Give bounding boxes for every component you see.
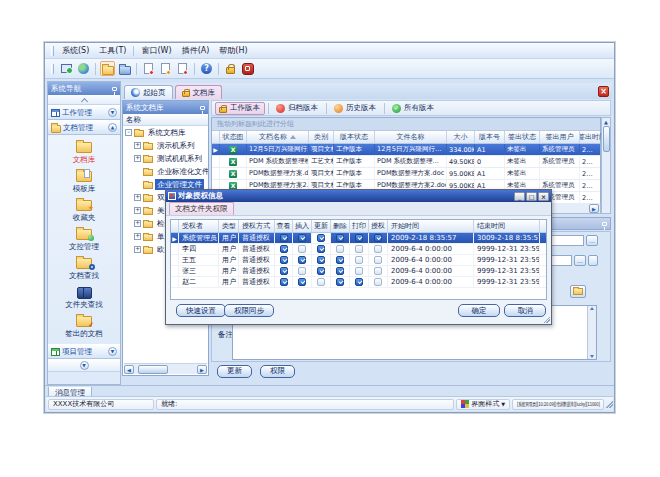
perm-column-header[interactable]: 授权 — [369, 220, 388, 232]
open-folder-button[interactable] — [100, 61, 115, 76]
quick-setup-button[interactable]: 快速设置 — [176, 304, 226, 317]
expand-icon[interactable]: + — [134, 233, 141, 240]
column-header[interactable]: 类别 — [309, 131, 334, 143]
collapse-icon[interactable]: - — [125, 129, 132, 136]
menu-plugin[interactable]: 插件(A) — [177, 44, 215, 57]
perm-checkbox[interactable] — [336, 278, 344, 286]
expand-icon[interactable]: + — [134, 155, 141, 162]
perm-checkbox[interactable] — [374, 256, 382, 264]
tab-doclib[interactable]: 文档库 — [175, 85, 223, 99]
perm-checkbox[interactable] — [336, 234, 344, 242]
nav-item-2[interactable]: 模板库 — [48, 168, 120, 197]
document-row[interactable]: XPDM 系统数据整理检…工艺文档工作版本PDM 系统数据整理…49.50KB0… — [212, 156, 600, 168]
scroll-up-arrow[interactable]: ▲ — [604, 119, 608, 125]
exit-button[interactable] — [240, 61, 255, 76]
scroll-left-arrow[interactable]: ◀ — [124, 365, 134, 374]
globe-tool-button[interactable] — [76, 61, 91, 76]
perm-checkbox[interactable] — [355, 256, 363, 264]
tree-column-header[interactable]: 名称 — [123, 114, 208, 126]
detail-field-2-ellipsis[interactable]: … — [574, 255, 586, 266]
perm-checkbox[interactable] — [374, 234, 382, 242]
nav-collapse-bar[interactable]: ▼ — [48, 359, 120, 372]
dialog-titlebar[interactable]: 对象授权信息 _ □ × — [166, 190, 551, 202]
perm-checkbox[interactable] — [298, 278, 306, 286]
perm-checkbox[interactable] — [280, 245, 288, 253]
perm-column-header[interactable]: 开始时间 — [388, 220, 474, 232]
perm-column-header[interactable]: 插入 — [293, 220, 312, 232]
nav-item-4[interactable]: 文控管理 — [48, 226, 120, 255]
menu-window[interactable]: 窗口(W) — [136, 44, 176, 57]
perm-checkbox[interactable] — [317, 245, 325, 253]
close-tab-button[interactable]: × — [598, 86, 609, 97]
history-version-button[interactable]: 历史版本 — [330, 102, 381, 115]
perm-checkbox[interactable] — [280, 234, 288, 242]
help-button[interactable]: ? — [199, 61, 214, 76]
nav-item-3[interactable]: ★收藏夹 — [48, 197, 120, 226]
all-version-button[interactable]: ✓所有版本 — [388, 102, 439, 115]
perm-checkbox[interactable] — [317, 256, 325, 264]
mail-button-3[interactable] — [175, 61, 190, 76]
nav-item-7[interactable]: ✓签出的文档 — [48, 313, 120, 342]
dialog-tab-permissions[interactable]: 文档文件夹权限 — [169, 202, 234, 215]
nav-item-1[interactable]: 文档库 — [48, 139, 120, 168]
perm-checkbox[interactable] — [298, 245, 306, 253]
update-button[interactable]: 更新 — [217, 365, 252, 378]
detail-folder-button[interactable] — [570, 285, 586, 298]
nav-item-5[interactable]: 文档查找 — [48, 255, 120, 284]
nav-group-project[interactable]: 项目管理▼ — [48, 344, 120, 359]
column-header[interactable]: 文件名称 — [375, 131, 447, 143]
nav-group-work[interactable]: 工作管理▼ — [48, 105, 120, 120]
perm-checkbox[interactable] — [298, 256, 306, 264]
perm-column-header[interactable]: 打印 — [350, 220, 369, 232]
column-header[interactable]: 版本号 — [475, 131, 505, 143]
perm-column-header[interactable]: 受权者 — [179, 220, 219, 232]
scroll-right-arrow[interactable]: ▶ — [197, 365, 207, 374]
screen-tool-button[interactable] — [59, 61, 74, 76]
perm-checkbox[interactable] — [374, 245, 382, 253]
document-row[interactable]: ▶X12月5日万兴隆网行…项目文档工作版本12月5日万兴隆网行…334.00KB… — [212, 144, 600, 156]
mail-button-1[interactable] — [141, 61, 156, 76]
tab-home[interactable]: 起始页 — [124, 85, 173, 99]
dialog-maximize-button[interactable]: □ — [526, 192, 537, 201]
ok-button[interactable]: 确定 — [458, 304, 500, 317]
tree-node[interactable]: 测试机机系列 — [155, 153, 204, 164]
tree-node[interactable]: 系统文档库 — [146, 127, 188, 138]
mail-button-2[interactable] — [158, 61, 173, 76]
expand-icon[interactable]: + — [134, 220, 141, 227]
perm-checkbox[interactable] — [298, 234, 306, 242]
nav-item-6[interactable]: 文件夹查找 — [48, 284, 120, 313]
dialog-close-button[interactable]: × — [538, 192, 549, 201]
permission-row[interactable]: 张三用户普通授权2009-6-4 0:00:009999-12-31 23:59… — [171, 266, 546, 277]
permission-row[interactable]: ▶系统管理员用户普通授权2009-2-18 8:35:573009-2-18 8… — [171, 233, 546, 244]
perm-checkbox[interactable] — [280, 256, 288, 264]
perm-checkbox[interactable] — [280, 267, 288, 275]
dialog-resize-grip[interactable] — [543, 316, 550, 323]
lock-button[interactable] — [223, 61, 238, 76]
nav-scroll-up[interactable] — [48, 95, 120, 105]
expand-icon[interactable]: + — [134, 207, 141, 214]
perm-column-header[interactable]: 类型 — [219, 220, 239, 232]
doc-group-toggle[interactable]: ▲ — [108, 123, 117, 132]
permission-row[interactable]: 赵二用户普通授权2009-6-4 0:00:009999-12-31 23:59… — [171, 277, 546, 288]
perm-checkbox[interactable] — [317, 278, 325, 286]
perm-column-header[interactable]: 授权方式 — [239, 220, 275, 232]
perm-column-header[interactable]: 查看 — [275, 220, 293, 232]
permission-sync-button[interactable]: 权限同步 — [224, 304, 274, 317]
expand-icon[interactable]: + — [134, 194, 141, 201]
tree-hscrollbar[interactable]: ◀ ▶ — [124, 363, 207, 374]
tree-node[interactable]: 演示机系列 — [155, 140, 197, 151]
perm-checkbox[interactable] — [336, 245, 344, 253]
grid-vscrollbar[interactable]: ▲ — [601, 117, 611, 214]
expand-icon[interactable]: + — [134, 142, 141, 149]
perm-column-header[interactable]: 更新 — [312, 220, 331, 232]
ui-style-cell[interactable]: 界面样式▼ — [456, 399, 510, 410]
remark-scrollbar[interactable] — [587, 306, 596, 359]
perm-checkbox[interactable] — [374, 267, 382, 275]
detail-field-2-button[interactable] — [588, 255, 598, 266]
perm-checkbox[interactable] — [355, 278, 363, 286]
perm-column-header[interactable]: 结束时间 — [474, 220, 540, 232]
perm-checkbox[interactable] — [355, 245, 363, 253]
work-version-button[interactable]: 工作版本 — [215, 102, 265, 115]
permission-row[interactable]: 李四用户普通授权2009-6-4 0:00:009999-12-31 23:59… — [171, 244, 546, 255]
menu-help[interactable]: 帮助(H) — [214, 44, 252, 57]
